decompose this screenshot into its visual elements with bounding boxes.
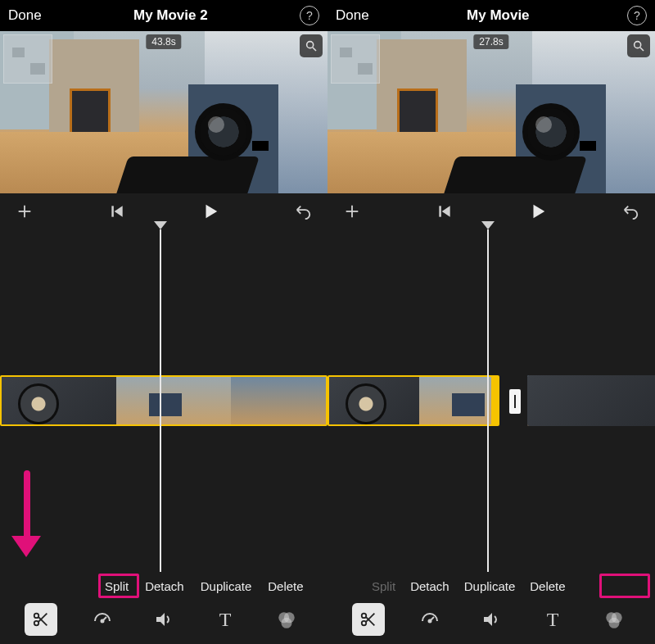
selected-clip[interactable] — [0, 375, 328, 426]
filters-tool[interactable] — [270, 603, 303, 636]
svg-point-33 — [609, 618, 620, 628]
scissors-icon — [359, 610, 377, 628]
preview-content — [416, 95, 604, 193]
volume-icon — [481, 610, 501, 629]
volume-tool[interactable] — [475, 603, 508, 636]
svg-line-1 — [313, 48, 316, 51]
text-icon: T — [219, 609, 232, 631]
svg-line-18 — [640, 48, 644, 51]
header: Done My Movie ? — [328, 0, 655, 31]
transition-marker[interactable] — [509, 389, 521, 414]
detach-action[interactable]: Detach — [145, 579, 184, 593]
editor-panel-left: Done My Movie 2 ? 43.8s — [0, 0, 328, 644]
volume-tool[interactable] — [147, 603, 180, 636]
speed-tool[interactable] — [413, 603, 446, 636]
svg-marker-22 — [442, 206, 450, 216]
zoom-button[interactable] — [627, 34, 650, 57]
skip-to-start-button[interactable] — [104, 198, 130, 224]
project-title: My Movie 2 — [133, 7, 208, 24]
scissors-tool[interactable] — [25, 603, 57, 636]
skip-back-icon — [109, 203, 125, 220]
split-action: Split — [372, 579, 395, 593]
playhead-marker-icon — [481, 221, 495, 229]
undo-button[interactable] — [617, 198, 644, 224]
preview-content — [88, 95, 277, 193]
clip-trim-handle[interactable] — [491, 375, 499, 426]
scissors-tool[interactable] — [352, 603, 385, 636]
playhead-marker-icon — [154, 221, 167, 229]
time-badge: 43.8s — [146, 34, 181, 49]
minimap — [3, 34, 52, 84]
project-title: My Movie — [467, 7, 530, 24]
speedometer-icon — [420, 610, 440, 629]
svg-marker-6 — [206, 205, 217, 219]
svg-point-16 — [282, 618, 292, 628]
zoom-button[interactable] — [300, 34, 323, 57]
tool-tabs: T — [0, 600, 328, 644]
svg-marker-5 — [115, 206, 123, 216]
duplicate-action[interactable]: Duplicate — [464, 579, 516, 593]
help-icon[interactable]: ? — [300, 6, 319, 25]
filters-icon — [603, 609, 625, 630]
undo-icon — [621, 202, 639, 220]
plus-icon — [16, 202, 34, 220]
clip-actions: Split Detach Duplicate Delete — [0, 572, 328, 600]
speedometer-icon — [93, 610, 112, 629]
delete-action[interactable]: Delete — [268, 579, 303, 593]
transport-bar — [0, 193, 328, 229]
volume-icon — [154, 610, 174, 629]
plus-icon — [343, 202, 361, 220]
text-tool[interactable]: T — [536, 603, 569, 636]
text-icon: T — [547, 609, 559, 631]
svg-marker-13 — [156, 613, 165, 626]
video-preview[interactable]: 43.8s — [0, 31, 328, 193]
annotation-highlight-delete — [599, 574, 650, 598]
skip-to-start-button[interactable] — [431, 198, 458, 224]
add-media-button[interactable] — [11, 198, 38, 224]
magnifier-icon — [305, 39, 318, 52]
filters-tool[interactable] — [598, 603, 630, 636]
selected-clip[interactable] — [328, 375, 499, 426]
timeline[interactable] — [0, 229, 328, 572]
play-icon — [201, 202, 219, 220]
undo-button[interactable] — [290, 198, 316, 224]
detach-action[interactable]: Detach — [410, 579, 449, 593]
scissors-icon — [32, 610, 50, 628]
help-icon[interactable]: ? — [627, 6, 647, 25]
timeline[interactable] — [328, 229, 655, 572]
svg-point-12 — [101, 620, 103, 623]
editor-panel-right: Done My Movie ? 27.8s — [328, 0, 655, 644]
clip-track — [0, 375, 328, 426]
done-button[interactable]: Done — [336, 7, 369, 24]
svg-point-29 — [428, 620, 431, 623]
svg-marker-30 — [484, 613, 492, 626]
playhead[interactable] — [487, 229, 489, 572]
clip-track — [328, 375, 655, 426]
svg-rect-4 — [112, 206, 115, 216]
done-button[interactable]: Done — [8, 7, 42, 24]
transport-bar — [328, 193, 655, 229]
skip-back-icon — [436, 203, 453, 220]
svg-marker-23 — [533, 205, 544, 219]
split-action[interactable]: Split — [105, 579, 129, 593]
minimap — [331, 34, 380, 84]
playhead[interactable] — [160, 229, 161, 572]
undo-icon — [294, 202, 312, 220]
svg-rect-21 — [440, 206, 442, 216]
video-preview[interactable]: 27.8s — [328, 31, 655, 193]
play-icon — [529, 202, 547, 220]
text-tool[interactable]: T — [209, 603, 242, 636]
add-media-button[interactable] — [339, 198, 365, 224]
header: Done My Movie 2 ? — [0, 0, 328, 31]
next-clip[interactable] — [527, 375, 655, 426]
play-button[interactable] — [525, 198, 551, 224]
speed-tool[interactable] — [86, 603, 119, 636]
play-button[interactable] — [197, 198, 224, 224]
delete-action[interactable]: Delete — [530, 579, 565, 593]
clip-actions: Split Detach Duplicate Delete — [328, 572, 655, 600]
magnifier-icon — [632, 39, 645, 52]
tool-tabs: T — [328, 600, 655, 644]
filters-icon — [276, 609, 297, 630]
svg-point-17 — [635, 42, 641, 48]
duplicate-action[interactable]: Duplicate — [201, 579, 252, 593]
